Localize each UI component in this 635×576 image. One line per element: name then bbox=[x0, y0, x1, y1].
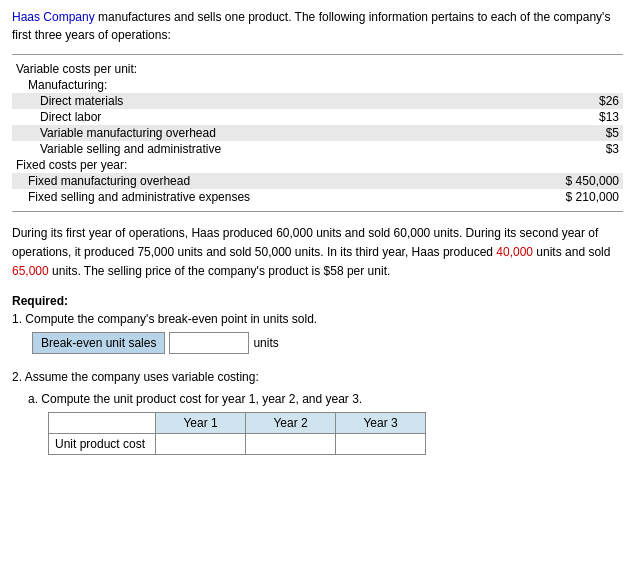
cost-table-row: Variable selling and administrative$3 bbox=[12, 141, 623, 157]
break-even-input[interactable] bbox=[169, 332, 249, 354]
cost-row-label: Variable manufacturing overhead bbox=[12, 125, 533, 141]
q2-text: 2. Assume the company uses variable cost… bbox=[12, 370, 623, 384]
question-1: 1. Compute the company's break-even poin… bbox=[12, 312, 623, 354]
year2-header: Year 2 bbox=[246, 412, 336, 433]
cost-table-row: Fixed manufacturing overhead$ 450,000 bbox=[12, 173, 623, 189]
q2-description: Assume the company uses variable costing… bbox=[25, 370, 259, 384]
year1-header: Year 1 bbox=[156, 412, 246, 433]
cost-row-value bbox=[533, 157, 623, 173]
cost-row-label: Fixed manufacturing overhead bbox=[12, 173, 533, 189]
company-name: Haas Company bbox=[12, 10, 95, 24]
cost-row-value: $ 450,000 bbox=[533, 173, 623, 189]
cost-row-label: Manufacturing: bbox=[12, 77, 533, 93]
q2a-description: Compute the unit product cost for year 1… bbox=[41, 392, 362, 406]
year3-unit-cost-input[interactable] bbox=[346, 437, 416, 451]
cost-row-label: Fixed selling and administrative expense… bbox=[12, 189, 533, 205]
cost-table-row: Variable manufacturing overhead$5 bbox=[12, 125, 623, 141]
cost-table: Variable costs per unit:Manufacturing:Di… bbox=[12, 61, 623, 205]
required-label: Required: bbox=[12, 294, 623, 308]
year-table-container: Year 1 Year 2 Year 3 Unit product cost bbox=[48, 412, 623, 455]
empty-header bbox=[49, 412, 156, 433]
cost-table-row: Direct labor$13 bbox=[12, 109, 623, 125]
red-value-2: 65,000 bbox=[12, 264, 49, 278]
q2-sub-a: a. Compute the unit product cost for yea… bbox=[28, 392, 623, 455]
cost-table-row: Manufacturing: bbox=[12, 77, 623, 93]
break-even-input-row: Break-even unit sales units bbox=[32, 332, 623, 354]
year1-unit-cost-input[interactable] bbox=[166, 437, 236, 451]
cost-table-section: Variable costs per unit:Manufacturing:Di… bbox=[12, 54, 623, 212]
cost-row-label: Fixed costs per year: bbox=[12, 157, 533, 173]
cost-row-value bbox=[533, 61, 623, 77]
red-value-1: 40,000 bbox=[496, 245, 533, 259]
question-2: 2. Assume the company uses variable cost… bbox=[12, 370, 623, 455]
unit-product-cost-label: Unit product cost bbox=[49, 433, 156, 454]
scenario-paragraph: During its first year of operations, Haa… bbox=[12, 224, 623, 282]
q2-number: 2. bbox=[12, 370, 22, 384]
cost-table-row: Variable costs per unit: bbox=[12, 61, 623, 77]
cost-row-value: $ 210,000 bbox=[533, 189, 623, 205]
cost-table-row: Fixed selling and administrative expense… bbox=[12, 189, 623, 205]
cost-row-label: Direct labor bbox=[12, 109, 533, 125]
q1-number: 1. bbox=[12, 312, 22, 326]
cost-row-value: $5 bbox=[533, 125, 623, 141]
cost-row-value: $13 bbox=[533, 109, 623, 125]
break-even-label: Break-even unit sales bbox=[32, 332, 165, 354]
required-section: Required: 1. Compute the company's break… bbox=[12, 294, 623, 455]
year3-header: Year 3 bbox=[336, 412, 426, 433]
year2-input-cell bbox=[246, 433, 336, 454]
cost-row-value: $26 bbox=[533, 93, 623, 109]
q2a-text: a. Compute the unit product cost for yea… bbox=[28, 392, 623, 406]
cost-row-value: $3 bbox=[533, 141, 623, 157]
cost-row-label: Variable selling and administrative bbox=[12, 141, 533, 157]
intro-paragraph: Haas Company manufactures and sells one … bbox=[12, 8, 623, 44]
cost-table-row: Fixed costs per year: bbox=[12, 157, 623, 173]
cost-row-label: Variable costs per unit: bbox=[12, 61, 533, 77]
cost-row-label: Direct materials bbox=[12, 93, 533, 109]
cost-row-value bbox=[533, 77, 623, 93]
year3-input-cell bbox=[336, 433, 426, 454]
unit-product-cost-row: Unit product cost bbox=[49, 433, 426, 454]
year2-unit-cost-input[interactable] bbox=[256, 437, 326, 451]
cost-table-row: Direct materials$26 bbox=[12, 93, 623, 109]
year-table: Year 1 Year 2 Year 3 Unit product cost bbox=[48, 412, 426, 455]
q2a-label: a. bbox=[28, 392, 38, 406]
year1-input-cell bbox=[156, 433, 246, 454]
q1-description: Compute the company's break-even point i… bbox=[25, 312, 317, 326]
intro-text-part2: manufactures and sells one product. The … bbox=[12, 10, 610, 42]
units-label: units bbox=[253, 336, 278, 350]
q1-text: 1. Compute the company's break-even poin… bbox=[12, 312, 623, 326]
